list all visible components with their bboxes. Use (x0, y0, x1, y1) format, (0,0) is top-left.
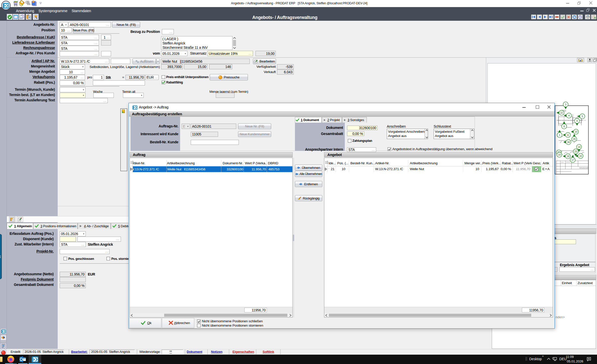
svg-text:11: 11 (567, 134, 569, 136)
svg-text:17: 17 (571, 159, 574, 162)
svg-text:19: 19 (558, 153, 561, 156)
svg-text:8: 8 (563, 125, 565, 128)
svg-text:22: 22 (560, 111, 563, 114)
svg-text:9: 9 (576, 120, 578, 122)
svg-text:18: 18 (567, 155, 569, 158)
svg-text:3: 3 (565, 103, 566, 106)
svg-text:29: 29 (573, 138, 576, 141)
svg-text:1: 1 (559, 134, 560, 136)
svg-text:23: 23 (574, 150, 577, 153)
svg-text:14: 14 (578, 146, 581, 148)
svg-text:16: 16 (579, 155, 582, 157)
svg-text:34: 34 (567, 141, 570, 144)
svg-text:5: 5 (582, 115, 583, 118)
svg-text:4: 4 (568, 114, 570, 117)
svg-text:10: 10 (575, 130, 578, 133)
